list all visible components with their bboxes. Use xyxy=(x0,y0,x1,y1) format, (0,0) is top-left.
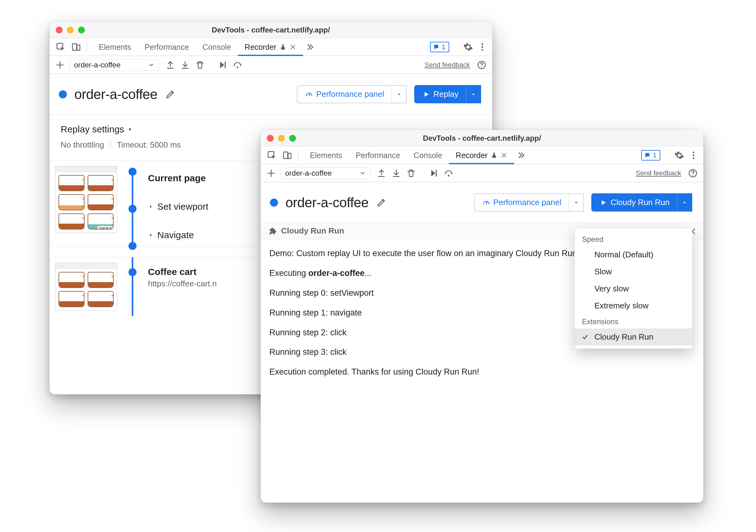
mac-close-dot[interactable] xyxy=(56,27,63,34)
import-icon[interactable] xyxy=(391,168,401,178)
export-icon[interactable] xyxy=(165,60,175,70)
send-feedback-link[interactable]: Send feedback xyxy=(424,61,470,69)
mac-zoom-dot[interactable] xyxy=(289,135,296,142)
play-icon xyxy=(599,199,608,207)
tab-console[interactable]: Console xyxy=(196,38,238,56)
add-recording-icon[interactable] xyxy=(55,60,65,70)
step-over-icon[interactable] xyxy=(444,168,453,178)
mac-minimize-dot[interactable] xyxy=(278,135,285,142)
performance-panel-dropdown[interactable] xyxy=(392,85,407,103)
performance-panel-button[interactable]: Performance panel xyxy=(474,193,569,212)
speed-option-very-slow[interactable]: Very slow xyxy=(575,280,692,297)
issues-badge[interactable]: 1 xyxy=(430,42,449,52)
svg-point-3 xyxy=(481,43,483,45)
recording-select[interactable]: order-a-coffee xyxy=(69,59,159,71)
svg-point-16 xyxy=(692,158,694,159)
devtools-tabstrip: Elements Performance Console Recorder 1 xyxy=(261,147,703,164)
speed-option-normal[interactable]: Normal (Default) xyxy=(575,246,692,263)
mac-zoom-dot[interactable] xyxy=(78,27,85,34)
chevron-right-icon xyxy=(127,127,133,132)
mac-close-dot[interactable] xyxy=(267,135,274,142)
delete-icon[interactable] xyxy=(195,60,205,70)
import-icon[interactable] xyxy=(180,60,190,70)
tab-console[interactable]: Console xyxy=(407,147,449,164)
overflow-tabs-icon[interactable] xyxy=(514,147,528,164)
add-recording-icon[interactable] xyxy=(266,168,276,178)
svg-point-14 xyxy=(692,152,694,153)
inspect-element-icon[interactable] xyxy=(54,38,68,56)
svg-rect-6 xyxy=(225,62,226,68)
tab-elements[interactable]: Elements xyxy=(92,38,138,56)
svg-point-4 xyxy=(481,46,483,48)
step-over-icon[interactable] xyxy=(232,60,242,70)
gauge-icon xyxy=(305,90,313,98)
kebab-menu-icon[interactable] xyxy=(477,42,487,52)
help-icon[interactable] xyxy=(688,168,698,178)
recording-select-value: order-a-coffee xyxy=(74,61,121,69)
puzzle-icon xyxy=(268,227,277,235)
recording-header: order-a-coffee Performance panel Cloudy … xyxy=(261,182,703,223)
issues-count: 1 xyxy=(442,43,446,51)
delete-icon[interactable] xyxy=(406,168,416,178)
help-icon[interactable] xyxy=(477,60,487,70)
performance-panel-button[interactable]: Performance panel xyxy=(297,85,392,103)
window-title: DevTools - coffee-cart.netlify.app/ xyxy=(49,26,492,34)
replay-button-group: Replay xyxy=(414,85,481,103)
edit-title-icon[interactable] xyxy=(376,197,387,208)
timeline-node xyxy=(128,205,137,213)
flask-icon xyxy=(280,44,286,50)
svg-point-21 xyxy=(486,203,487,204)
cloudy-button-group: Cloudy Run Run xyxy=(591,193,692,212)
devtools-window-b: DevTools - coffee-cart.netlify.app/ Elem… xyxy=(261,130,703,503)
continue-icon[interactable] xyxy=(429,168,439,178)
plugin-title: Cloudy Run Run xyxy=(281,226,344,236)
close-icon[interactable] xyxy=(289,44,296,50)
mac-minimize-dot[interactable] xyxy=(67,27,74,34)
mac-traffic-lights xyxy=(56,27,85,34)
overflow-tabs-icon[interactable] xyxy=(303,38,317,56)
svg-point-9 xyxy=(481,66,482,67)
cloudy-run-button[interactable]: Cloudy Run Run xyxy=(591,193,677,212)
tab-recorder[interactable]: Recorder xyxy=(449,147,514,164)
recording-title: order-a-coffee xyxy=(74,87,158,102)
chevron-right-icon xyxy=(148,232,153,238)
recording-title: order-a-coffee xyxy=(285,195,369,210)
continue-icon[interactable] xyxy=(218,60,228,70)
performance-panel-dropdown[interactable] xyxy=(569,193,584,212)
tab-elements[interactable]: Elements xyxy=(303,147,349,164)
device-toolbar-icon[interactable] xyxy=(69,38,83,56)
replay-button[interactable]: Replay xyxy=(414,85,466,103)
play-icon xyxy=(422,90,430,98)
svg-point-10 xyxy=(309,95,310,95)
tab-recorder[interactable]: Recorder xyxy=(238,38,303,56)
settings-gear-icon[interactable] xyxy=(674,150,684,160)
divider xyxy=(87,41,87,53)
tab-performance[interactable]: Performance xyxy=(138,38,196,56)
close-icon[interactable] xyxy=(500,152,507,159)
mac-titlebar: DevTools - coffee-cart.netlify.app/ xyxy=(49,22,492,38)
kebab-menu-icon[interactable] xyxy=(688,150,698,160)
divider xyxy=(110,141,111,149)
step-thumbnail xyxy=(55,263,117,311)
issues-badge[interactable]: 1 xyxy=(641,150,660,161)
send-feedback-link[interactable]: Send feedback xyxy=(635,169,681,177)
recording-select-value: order-a-coffee xyxy=(285,169,332,178)
speed-option-slow[interactable]: Slow xyxy=(575,263,692,280)
replay-dropdown[interactable] xyxy=(466,85,481,103)
recorder-toolbar: order-a-coffee Send feedback xyxy=(49,56,492,74)
inspect-element-icon[interactable] xyxy=(265,147,279,164)
gauge-icon xyxy=(482,199,490,207)
cloudy-run-dropdown[interactable] xyxy=(677,193,692,212)
tab-performance[interactable]: Performance xyxy=(349,147,407,164)
recording-select[interactable]: order-a-coffee xyxy=(281,167,370,179)
issues-count: 1 xyxy=(653,151,657,159)
export-icon[interactable] xyxy=(376,168,386,178)
svg-rect-12 xyxy=(284,152,287,158)
edit-title-icon[interactable] xyxy=(165,89,176,100)
settings-gear-icon[interactable] xyxy=(463,42,473,52)
dropdown-group-speed: Speed xyxy=(575,232,692,246)
extension-option-cloudy[interactable]: Cloudy Run Run xyxy=(575,328,692,345)
speed-option-extremely-slow[interactable]: Extremely slow xyxy=(575,297,692,314)
device-toolbar-icon[interactable] xyxy=(281,147,294,164)
mac-titlebar: DevTools - coffee-cart.netlify.app/ xyxy=(261,130,703,147)
